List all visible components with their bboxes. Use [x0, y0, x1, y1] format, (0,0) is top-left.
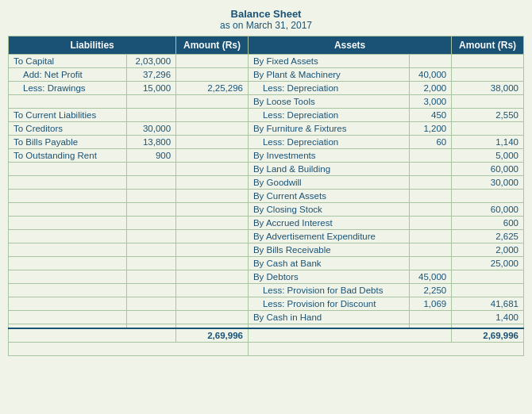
left-col1: [127, 257, 176, 270]
table-row: To Current Liabilities Less: Depreciatio…: [9, 109, 524, 122]
left-label: To Capital: [9, 55, 127, 68]
left-col2: [176, 149, 249, 163]
right-col2: 2,625: [452, 230, 524, 243]
right-col2: [452, 190, 524, 203]
left-col1: 30,000: [127, 122, 176, 136]
right-col2: 60,000: [452, 203, 524, 217]
left-label: To Bills Payable: [9, 136, 127, 149]
table-row: By Closing Stock60,000: [9, 203, 524, 217]
right-col1: [409, 190, 451, 203]
left-col1: [127, 203, 176, 217]
total-left-label: [9, 328, 176, 343]
left-col2: [176, 230, 249, 243]
right-label: By Plant & Machinery: [248, 68, 409, 82]
right-col2: 1,400: [452, 311, 524, 324]
left-col1: 900: [127, 149, 176, 163]
left-col2: [176, 270, 249, 284]
table-row: By Bills Receivable2,000: [9, 243, 524, 257]
right-col1: 45,000: [409, 270, 451, 284]
right-col1: 3,000: [409, 95, 451, 109]
left-col1: [127, 190, 176, 203]
empty-footer-row: [9, 343, 524, 356]
left-label: Add: Net Profit: [9, 68, 127, 82]
right-col1: [409, 243, 451, 257]
table-row: Add: Net Profit37,296By Plant & Machiner…: [9, 68, 524, 82]
right-col2: 38,000: [452, 82, 524, 95]
right-col2: [452, 284, 524, 297]
left-col2: [176, 311, 249, 324]
left-label: [9, 257, 127, 270]
right-label: By Fixed Assets: [248, 55, 409, 68]
right-col2: 2,550: [452, 109, 524, 122]
left-col1: [127, 217, 176, 230]
balance-sheet-table: Liabilities Amount (Rs) Assets Amount (R…: [8, 36, 524, 356]
right-label: By Accrued Interest: [248, 217, 409, 230]
left-col2: [176, 203, 249, 217]
left-col2: [176, 190, 249, 203]
table-row: By Accrued Interest600: [9, 217, 524, 230]
table-row: Less: Provision for Discount1,06941,681: [9, 297, 524, 311]
left-label: [9, 190, 127, 203]
left-col2: [176, 122, 249, 136]
right-col2: 600: [452, 217, 524, 230]
right-col1: [409, 311, 451, 324]
right-col1: 2,250: [409, 284, 451, 297]
table-row: By Advertisement Expenditure2,625: [9, 230, 524, 243]
right-label: By Advertisement Expenditure: [248, 230, 409, 243]
left-col1: [127, 230, 176, 243]
left-col1: [127, 95, 176, 109]
left-col2: [176, 163, 249, 176]
right-col2: [452, 270, 524, 284]
left-label: [9, 163, 127, 176]
right-col2: [452, 95, 524, 109]
right-label: By Debtors: [248, 270, 409, 284]
left-col1: [127, 311, 176, 324]
left-col1: [127, 284, 176, 297]
amount-right-header: Amount (Rs): [452, 36, 524, 55]
page-subtitle: as on March 31, 2017: [8, 20, 524, 31]
left-label: To Creditors: [9, 122, 127, 136]
left-col2: [176, 257, 249, 270]
right-col2: 5,000: [452, 149, 524, 163]
left-col1: [127, 243, 176, 257]
left-label: [9, 95, 127, 109]
left-label: Less: Drawings: [9, 82, 127, 95]
right-col1: 1,200: [409, 122, 451, 136]
right-label: By Cash in Hand: [248, 311, 409, 324]
left-label: [9, 176, 127, 190]
table-row: To Outstanding Rent900By Investments5,00…: [9, 149, 524, 163]
left-label: [9, 203, 127, 217]
left-col2: [176, 284, 249, 297]
left-col2: [176, 243, 249, 257]
left-col1: 37,296: [127, 68, 176, 82]
table-row: By Goodwill30,000: [9, 176, 524, 190]
right-col2: 30,000: [452, 176, 524, 190]
left-label: [9, 243, 127, 257]
right-label: By Goodwill: [248, 176, 409, 190]
right-col1: [409, 55, 451, 68]
left-col2: [176, 217, 249, 230]
right-label: Less: Depreciation: [248, 136, 409, 149]
table-row: By Land & Building60,000: [9, 163, 524, 176]
right-col1: 60: [409, 136, 451, 149]
table-row: Less: Provision for Bad Debts2,250: [9, 284, 524, 297]
right-col2: 41,681: [452, 297, 524, 311]
right-col1: 450: [409, 109, 451, 122]
left-col1: [127, 270, 176, 284]
left-col2: [176, 109, 249, 122]
right-label: Less: Provision for Discount: [248, 297, 409, 311]
right-col1: [409, 176, 451, 190]
left-label: [9, 230, 127, 243]
right-label: By Cash at Bank: [248, 257, 409, 270]
left-col2: [176, 95, 249, 109]
left-col1: [127, 109, 176, 122]
right-label: By Current Assets: [248, 190, 409, 203]
table-row: By Cash in Hand1,400: [9, 311, 524, 324]
total-left-amount: 2,69,996: [176, 328, 249, 343]
total-right-label: [248, 328, 451, 343]
right-col1: [409, 257, 451, 270]
right-col1: [409, 203, 451, 217]
right-col1: 40,000: [409, 68, 451, 82]
right-col2: [452, 122, 524, 136]
right-col1: [409, 149, 451, 163]
